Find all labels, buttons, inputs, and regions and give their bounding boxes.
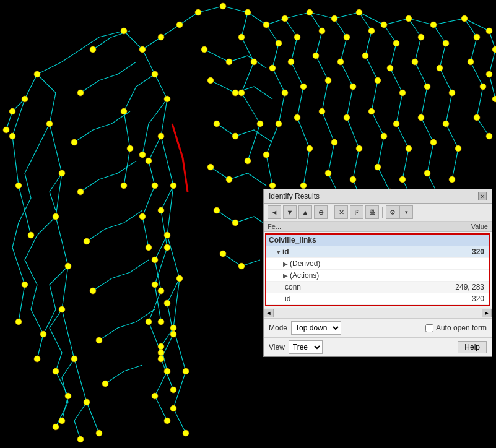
toolbar-separator	[331, 207, 331, 218]
svg-point-59	[158, 350, 164, 356]
svg-point-56	[152, 257, 158, 263]
actions-expand-icon[interactable]: ▶	[281, 271, 290, 280]
mode-select[interactable]: Top down Bottom up	[291, 321, 341, 335]
layer-header-row[interactable]: Colville_links	[266, 235, 489, 246]
svg-point-43	[183, 430, 189, 436]
svg-point-2	[9, 133, 15, 139]
svg-point-68	[245, 9, 251, 15]
conn-row[interactable]: conn 249, 283	[266, 282, 489, 293]
panel-titlebar: Identify Results ✕	[264, 189, 492, 204]
expand-button[interactable]: ▼	[283, 205, 297, 219]
panel-close-button[interactable]: ✕	[478, 192, 487, 200]
svg-point-40	[170, 325, 176, 331]
svg-point-36	[158, 133, 164, 139]
svg-point-141	[443, 121, 449, 127]
horizontal-scrollbar[interactable]: ◄ ►	[264, 308, 492, 318]
svg-point-89	[269, 183, 276, 189]
derived-expand-icon[interactable]: ▶	[281, 259, 290, 268]
svg-point-16	[53, 368, 59, 374]
derived-label: (Derived)	[290, 259, 425, 268]
identify-panel: Identify Results ✕ ◄ ▼ ▲ ⊕ ✕ ⎘ 🖶 ⚙ ▾ Fe.…	[263, 189, 492, 357]
svg-point-65	[164, 368, 170, 374]
svg-point-61	[170, 331, 176, 337]
svg-point-52	[158, 207, 164, 213]
svg-point-72	[331, 15, 337, 22]
svg-point-20	[77, 436, 84, 442]
svg-point-81	[238, 90, 245, 96]
auto-open-text: Auto open form	[436, 324, 487, 332]
svg-point-94	[307, 145, 313, 152]
svg-point-143	[449, 176, 455, 183]
view-label: View	[269, 343, 285, 351]
svg-point-54	[152, 282, 158, 288]
svg-point-110	[350, 176, 356, 183]
view-select[interactable]: Tree Table	[289, 340, 323, 354]
back-button[interactable]: ◄	[268, 205, 281, 219]
auto-open-container: Auto open form	[425, 324, 487, 332]
svg-point-50	[152, 183, 158, 189]
derived-row[interactable]: ▶ (Derived)	[266, 258, 489, 270]
panel-toolbar: ◄ ▼ ▲ ⊕ ✕ ⎘ 🖶 ⚙ ▾	[264, 204, 492, 222]
svg-point-148	[486, 133, 492, 139]
actions-row[interactable]: ▶ (Actions)	[266, 270, 489, 282]
auto-open-checkbox[interactable]	[425, 324, 433, 332]
svg-point-138	[443, 40, 449, 46]
id-data-value: 320	[425, 295, 487, 303]
svg-point-165	[176, 22, 183, 28]
mode-label: Mode	[269, 324, 287, 332]
svg-point-83	[245, 158, 251, 164]
collapse-button[interactable]: ▲	[298, 205, 312, 219]
svg-point-28	[84, 238, 90, 244]
svg-point-133	[430, 139, 437, 145]
svg-point-77	[461, 15, 468, 22]
id-value: 320	[425, 248, 487, 256]
print-button[interactable]: 🖶	[365, 205, 379, 219]
svg-point-154	[207, 77, 214, 84]
toolbar-separator2	[382, 207, 383, 218]
view-row: View Tree Table Help	[264, 337, 492, 356]
svg-point-122	[387, 65, 393, 71]
svg-point-106	[337, 59, 344, 65]
svg-point-151	[492, 96, 496, 102]
svg-point-124	[393, 121, 399, 127]
id-expand-row[interactable]: ▾ id 320	[266, 246, 489, 258]
conn-value: 249, 283	[425, 283, 487, 291]
help-button[interactable]: Help	[458, 341, 487, 353]
svg-point-140	[449, 90, 455, 96]
copy-button[interactable]: ⎘	[350, 205, 363, 219]
svg-point-117	[375, 164, 381, 170]
svg-point-13	[15, 319, 22, 325]
scroll-left[interactable]: ◄	[264, 309, 274, 317]
svg-point-62	[158, 356, 164, 362]
svg-point-82	[257, 121, 263, 127]
svg-point-80	[251, 59, 257, 65]
scroll-track[interactable]	[274, 309, 482, 317]
svg-point-8	[71, 356, 77, 362]
clear-button[interactable]: ✕	[334, 205, 348, 219]
zoom-button[interactable]: ⊕	[314, 205, 328, 219]
svg-point-91	[288, 59, 294, 65]
svg-point-161	[232, 220, 238, 226]
svg-point-102	[325, 170, 331, 176]
svg-point-10	[15, 183, 22, 189]
id-data-row[interactable]: id 320	[266, 293, 489, 305]
svg-point-112	[368, 28, 375, 34]
actions-label: (Actions)	[290, 271, 425, 280]
svg-point-131	[424, 84, 430, 90]
svg-point-44	[121, 108, 127, 114]
svg-point-48	[139, 152, 146, 158]
svg-point-162	[220, 251, 226, 257]
panel-columns: Fe... Value	[264, 222, 492, 232]
id-expand-icon[interactable]: ▾	[274, 248, 282, 256]
options-button[interactable]: ⚙	[386, 205, 399, 219]
svg-point-39	[176, 275, 183, 282]
svg-point-167	[220, 3, 226, 9]
svg-point-84	[276, 40, 282, 46]
svg-point-115	[368, 108, 375, 114]
svg-point-159	[226, 176, 232, 183]
svg-point-26	[71, 139, 77, 145]
svg-point-21	[96, 430, 102, 436]
svg-point-87	[276, 121, 282, 127]
scroll-right[interactable]: ►	[482, 309, 492, 317]
options-dropdown[interactable]: ▾	[399, 205, 413, 219]
